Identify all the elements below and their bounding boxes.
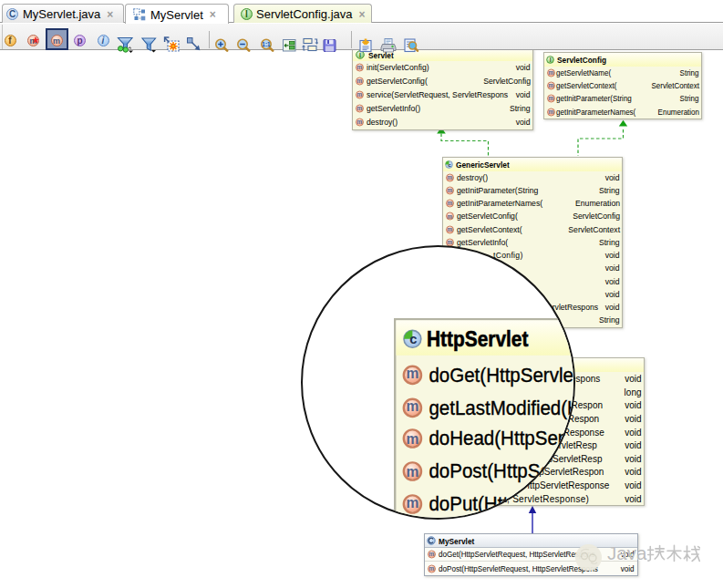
- svg-text:c: c: [409, 331, 417, 346]
- svg-text:c: c: [448, 160, 451, 167]
- svg-text:I: I: [550, 57, 552, 63]
